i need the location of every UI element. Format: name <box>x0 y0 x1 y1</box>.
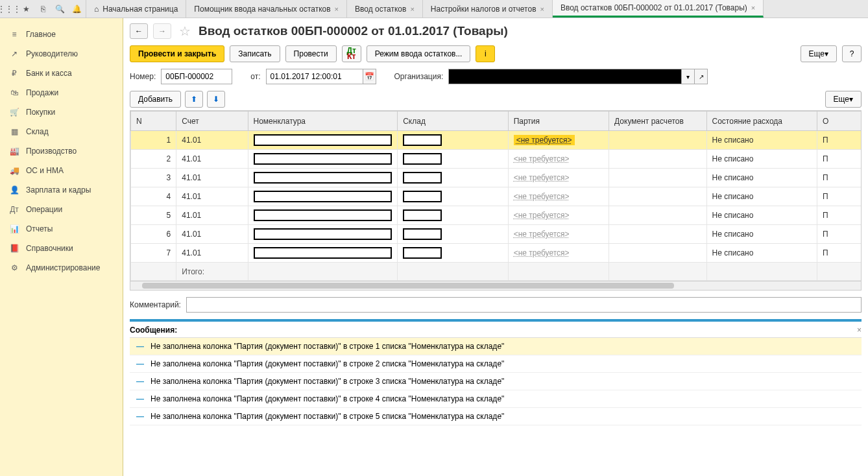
tab[interactable]: Ввод остатков 00БП-000002 от 01.01.2017 … <box>553 0 764 18</box>
sidebar-icon: 👤 <box>9 185 19 195</box>
col-last[interactable]: О <box>817 112 862 131</box>
redacted-cell <box>403 247 442 259</box>
message-text: Не заполнена колонка "Партия (документ п… <box>151 394 504 403</box>
help-button[interactable]: ? <box>842 45 862 62</box>
party-cell[interactable]: <не требуется> <box>514 248 570 257</box>
table-more-button[interactable]: Еще ▾ <box>825 91 862 108</box>
more-button[interactable]: Еще ▾ <box>801 45 837 62</box>
close-icon[interactable]: × <box>540 5 544 13</box>
close-icon[interactable]: × <box>335 5 339 13</box>
nav-back-button[interactable]: ← <box>130 23 148 39</box>
org-open-icon[interactable]: ↗ <box>695 69 708 84</box>
sidebar-item[interactable]: ⚙Администрирование <box>0 258 123 278</box>
party-cell[interactable]: <не требуется> <box>514 230 570 239</box>
table-row[interactable]: 441.01<не требуется>Не списаноП <box>131 187 862 206</box>
search-icon[interactable]: 🔍 <box>54 4 65 14</box>
message-row[interactable]: —Не заполнена колонка "Партия (документ … <box>130 355 862 373</box>
divider <box>130 319 862 322</box>
sidebar-item[interactable]: ▦Склад <box>0 122 123 141</box>
table-row[interactable]: 241.01<не требуется>Не списаноП <box>131 150 862 169</box>
sidebar-item[interactable]: 🏭Производство <box>0 141 123 161</box>
col-n[interactable]: N <box>131 112 176 131</box>
calendar-icon[interactable]: 📅 <box>363 69 376 84</box>
redacted-cell <box>254 191 392 202</box>
party-cell[interactable]: <не требуется> <box>514 135 575 145</box>
sidebar-item[interactable]: ДтОперации <box>0 200 123 219</box>
bell-icon[interactable]: 🔔 <box>71 4 82 14</box>
tab[interactable]: ⌂Начальная страница <box>86 0 186 18</box>
move-down-button[interactable]: ⬇ <box>207 91 225 108</box>
message-row[interactable]: —Не заполнена колонка "Партия (документ … <box>130 390 862 408</box>
dtkt-button[interactable]: ДтКт <box>342 45 361 62</box>
table-row[interactable]: 741.01<не требуется>Не списаноП <box>131 244 862 263</box>
number-input[interactable] <box>161 69 232 84</box>
sidebar-item[interactable]: 🛍Продажи <box>0 83 123 102</box>
sidebar-item[interactable]: 👤Зарплата и кадры <box>0 180 123 200</box>
table-row[interactable]: 541.01<не требуется>Не списаноП <box>131 206 862 225</box>
messages-close-icon[interactable]: × <box>857 326 862 335</box>
sidebar-icon: 📕 <box>9 243 19 254</box>
sidebar-item[interactable]: 📕Справочники <box>0 239 123 258</box>
post-close-button[interactable]: Провести и закрыть <box>130 45 224 62</box>
party-cell[interactable]: <не требуется> <box>514 154 570 163</box>
party-cell[interactable]: <не требуется> <box>514 173 570 182</box>
sidebar-label: ОС и НМА <box>26 166 64 175</box>
col-nomenclature[interactable]: Номенклатура <box>248 112 398 131</box>
sidebar-label: Руководителю <box>26 49 78 58</box>
table-row[interactable]: 641.01<не требуется>Не списаноП <box>131 225 862 244</box>
tab[interactable]: Ввод остатков× <box>347 0 423 18</box>
apps-icon[interactable]: ⋮⋮⋮ <box>4 4 14 14</box>
dash-icon: — <box>136 377 144 386</box>
sidebar-label: Покупки <box>26 108 55 117</box>
sidebar-icon: 🏭 <box>9 146 19 156</box>
redacted-cell <box>403 209 442 221</box>
clipboard-icon[interactable]: ⎘ <box>38 4 48 14</box>
sidebar-item[interactable]: 🚚ОС и НМА <box>0 161 123 180</box>
sidebar: ≡Главное↗Руководителю₽Банк и касса🛍Прода… <box>0 18 123 476</box>
message-text: Не заполнена колонка "Партия (документ п… <box>151 359 504 368</box>
nav-forward-button: → <box>153 23 171 39</box>
message-row[interactable]: —Не заполнена колонка "Партия (документ … <box>130 338 862 355</box>
sidebar-item[interactable]: 🛒Покупки <box>0 102 123 122</box>
move-up-button[interactable]: ⬆ <box>185 91 203 108</box>
add-button[interactable]: Добавить <box>130 91 181 108</box>
org-dropdown-icon[interactable]: ▾ <box>682 69 695 84</box>
home-icon: ⌂ <box>94 5 99 14</box>
top-toolbar: ⋮⋮⋮ ★ ⎘ 🔍 🔔 ⌂Начальная страницаПомощник … <box>0 0 868 18</box>
col-warehouse[interactable]: Склад <box>398 112 508 131</box>
col-doc[interactable]: Документ расчетов <box>609 112 706 131</box>
post-button[interactable]: Провести <box>285 45 337 62</box>
sidebar-item[interactable]: ₽Банк и касса <box>0 64 123 83</box>
org-input[interactable] <box>448 69 682 84</box>
party-cell[interactable]: <не требуется> <box>514 192 570 201</box>
message-row[interactable]: —Не заполнена колонка "Партия (документ … <box>130 373 862 390</box>
col-party[interactable]: Партия <box>508 112 609 131</box>
sidebar-icon: ₽ <box>9 68 19 78</box>
horizontal-scrollbar[interactable] <box>130 281 862 291</box>
party-cell[interactable]: <не требуется> <box>514 211 570 220</box>
tab[interactable]: Настройки налогов и отчетов× <box>423 0 553 18</box>
message-row[interactable]: —Не заполнена колонка "Партия (документ … <box>130 408 862 425</box>
favorite-icon[interactable]: ☆ <box>179 23 191 39</box>
tab[interactable]: Помощник ввода начальных остатков× <box>186 0 347 18</box>
close-icon[interactable]: × <box>410 5 414 13</box>
date-input[interactable] <box>266 69 363 84</box>
tab-label: Ввод остатков <box>355 5 406 14</box>
col-state[interactable]: Состояние расхода <box>706 112 817 131</box>
comment-input[interactable] <box>186 297 862 313</box>
mode-button[interactable]: Режим ввода остатков... <box>367 45 471 62</box>
redacted-cell <box>254 172 392 184</box>
table-row[interactable]: 141.01<не требуется>Не списаноП <box>131 131 862 150</box>
info-button[interactable]: i <box>476 45 495 62</box>
table-row[interactable]: 341.01<не требуется>Не списаноП <box>131 169 862 187</box>
sidebar-item[interactable]: ↗Руководителю <box>0 44 123 64</box>
table: N Счет Номенклатура Склад Партия Докумен… <box>130 110 862 281</box>
sidebar-item[interactable]: ≡Главное <box>0 25 123 44</box>
messages-title: Сообщения: <box>130 326 177 335</box>
number-label: Номер: <box>130 72 156 81</box>
close-icon[interactable]: × <box>751 4 755 12</box>
write-button[interactable]: Записать <box>230 45 280 62</box>
star-icon[interactable]: ★ <box>21 4 31 14</box>
col-account[interactable]: Счет <box>176 112 248 131</box>
sidebar-item[interactable]: 📊Отчеты <box>0 219 123 239</box>
